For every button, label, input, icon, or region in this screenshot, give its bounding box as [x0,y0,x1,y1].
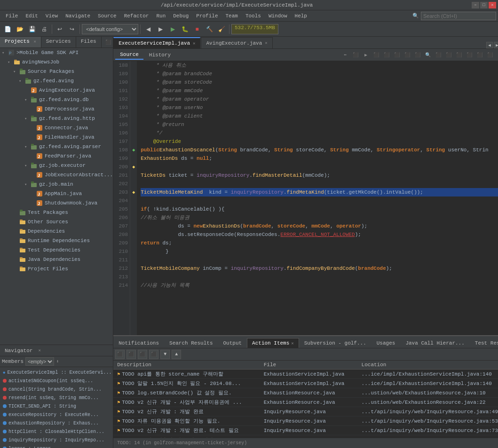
tree-item-14[interactable]: ▾gz.job.main [0,180,113,189]
tree-item-21[interactable]: Test Dependencies [0,245,113,255]
forward-button[interactable]: ▶ [155,24,166,35]
tree-item-13[interactable]: JJobExecutorAbstract... [0,170,113,180]
tab-projects[interactable]: Projects ✕ [0,37,41,47]
src-toolbar-btn-12[interactable]: ⬛ [454,50,464,60]
bottom-tab-close-3[interactable]: ✕ [291,341,293,346]
todo-filter-button-3[interactable]: ⬛ [138,350,147,359]
menu-item-navigate[interactable]: Navigate [62,12,94,20]
editor-tab-0[interactable]: ExecuteServiceImpl.java✕ [113,37,200,48]
back-button[interactable]: ◀ [142,24,154,35]
tree-item-5[interactable]: ▾gz.feed.aving.db [0,95,113,104]
editor-tab-close-0[interactable]: ✕ [193,41,195,46]
navigator-close[interactable]: ✕ [38,348,40,353]
src-toolbar-btn-9[interactable]: 🔍 [423,50,433,60]
todo-prev-button[interactable]: ▲ [172,350,181,359]
maximize-button[interactable]: □ [480,2,488,8]
nav-member-5[interactable]: exhaustionRepository : Exhaus... [1,419,112,427]
menu-item-tools[interactable]: Tools [242,12,265,20]
src-toolbar-btn-13[interactable]: ⬛ [465,50,474,60]
tree-item-20[interactable]: Runtime Dependencies [0,236,113,245]
menu-item-refactor[interactable]: Refactor [120,12,153,20]
src-toolbar-btn-5[interactable]: ⬛ [382,50,391,60]
tab-files[interactable]: Files [76,37,102,47]
menu-item-help[interactable]: Help [291,12,311,20]
bottom-tab-3[interactable]: Action Items✕ [247,338,299,348]
src-tab-source[interactable]: Source [115,50,143,60]
tree-item-9[interactable]: JFileHandler.java [0,133,113,142]
tree-item-15[interactable]: JAppMain.java [0,189,113,198]
tree-item-22[interactable]: Java Dependencies [0,255,113,264]
src-toolbar-btn-8[interactable]: ⬛ [413,50,422,60]
src-toolbar-btn-1[interactable]: ⬅ [340,50,350,60]
src-toolbar-btn-3[interactable]: ▶ [361,50,371,60]
tree-item-4[interactable]: JAvingExecutor.java [0,86,113,95]
panel-expand-icon[interactable]: ⬛ [105,39,111,45]
tree-item-7[interactable]: ▾gz.feed.aving.http [0,114,113,123]
members-select[interactable]: <empty> [25,357,54,366]
tab-right-button[interactable]: ▶ [494,42,498,48]
code-editor[interactable]: 1881891901911921931941951961971981992002… [113,61,498,335]
search-input[interactable] [421,12,496,20]
tab-services[interactable]: Services [41,37,76,47]
menu-item-run[interactable]: Run [152,12,169,20]
bottom-tab-1[interactable]: Search Results [164,338,218,348]
code-content[interactable]: * 사용 취소 * @param brandCode * @param stor… [137,61,498,335]
todo-row-2[interactable]: ⚑TODO log.setBrandCode() 값 설정 필요.Exhaust… [113,388,498,398]
bottom-tab-7[interactable]: Test Results [470,338,498,348]
bottom-tab-2[interactable]: Output [218,338,247,348]
src-tab-history[interactable]: History [144,51,175,59]
bottom-tab-5[interactable]: Usages [372,338,401,348]
bottom-tab-0[interactable]: Notifications [113,338,164,348]
todo-filter-button-2[interactable]: ⬛ [126,350,136,359]
config-select[interactable]: <default config> [82,24,138,34]
src-toolbar-btn-14[interactable]: ⬛ [475,50,484,60]
tree-item-0[interactable]: ▾P>Mobile Game SDK API [0,48,113,57]
src-toolbar-btn-16[interactable]: ⬛ [496,50,498,60]
new-file-button[interactable]: 📄 [2,24,13,35]
src-toolbar-btn-7[interactable]: ⬛ [403,50,412,60]
bottom-tab-6[interactable]: Java Call Hierar... [400,338,469,348]
src-toolbar-btn-2[interactable]: ⬛ [351,50,360,60]
open-button[interactable]: 📂 [14,24,25,35]
todo-row-4[interactable]: ⚑TODO v2 신규 개발 : 개발 완료InquiryResource.ja… [113,407,498,417]
src-toolbar-btn-15[interactable]: ⬛ [485,50,495,60]
redo-button[interactable]: ↪ [66,24,78,35]
menu-item-team[interactable]: Team [222,12,242,20]
tab-left-button[interactable]: ◀ [486,42,493,48]
todo-row-6[interactable]: ⚑TODO v2 신규 개발 : 개발 완료. 테스트 필요InquiryRes… [113,426,498,435]
print-button[interactable]: 🖨 [39,24,50,35]
build-button[interactable]: 🔨 [204,24,215,35]
minimize-button[interactable]: – [472,2,479,8]
tree-item-2[interactable]: ▾Source Packages [0,67,113,76]
todo-next-button[interactable]: ▼ [160,350,170,359]
nav-member-1[interactable]: cancel(String brandCode, Strin... [1,385,112,393]
todo-filter-button[interactable]: ⬛ [115,350,125,359]
stop-button[interactable]: ■ [191,24,203,35]
menu-item-source[interactable]: Source [94,12,120,20]
menu-item-debug[interactable]: Debug [169,12,192,20]
nav-member-3[interactable]: TICKET_SEND_API : String [1,402,112,410]
menu-item-profile[interactable]: Profile [192,12,221,20]
nav-member-8[interactable]: logger : Logger [1,444,112,448]
nav-member-2[interactable]: resend(int ssSeq, String mmCo... [1,393,112,402]
nav-class-item[interactable]: ◆ ExecuteServiceImpl :: ExecuteServi... [1,368,112,377]
src-toolbar-btn-11[interactable]: ⬛ [444,50,453,60]
tree-item-17[interactable]: Test Packages [0,208,113,217]
debug-button[interactable]: 🐛 [179,24,190,35]
editor-tab-1[interactable]: AvingExecutor.java✕ [201,37,272,48]
menu-item-view[interactable]: View [42,12,62,20]
src-toolbar-btn-10[interactable]: ⬛ [434,50,443,60]
close-button[interactable]: ✕ [489,2,496,8]
todo-row-1[interactable]: ⚑TODO 알팔 1.5%인지 확인 필요 - 2014.08...Exhaus… [113,379,498,388]
undo-button[interactable]: ↩ [54,24,65,35]
sort-icon[interactable]: ⬇ [56,359,59,364]
editor-tab-close-1[interactable]: ✕ [265,40,267,46]
tree-item-10[interactable]: ▾gz.feed.aving.parser [0,142,113,151]
todo-filter-button-4[interactable]: ⬛ [149,350,158,359]
todo-row-3[interactable]: ⚑TODO v2 신규 개발 - 사업부 자류미용권에 ...Exhaustio… [113,398,498,407]
menu-item-edit[interactable]: Edit [22,12,41,20]
tree-item-19[interactable]: Dependencies [0,227,113,236]
save-button[interactable]: 💾 [26,24,38,35]
tree-item-8[interactable]: JConnector.java [0,123,113,133]
tab-projects-close[interactable]: ✕ [33,39,36,44]
